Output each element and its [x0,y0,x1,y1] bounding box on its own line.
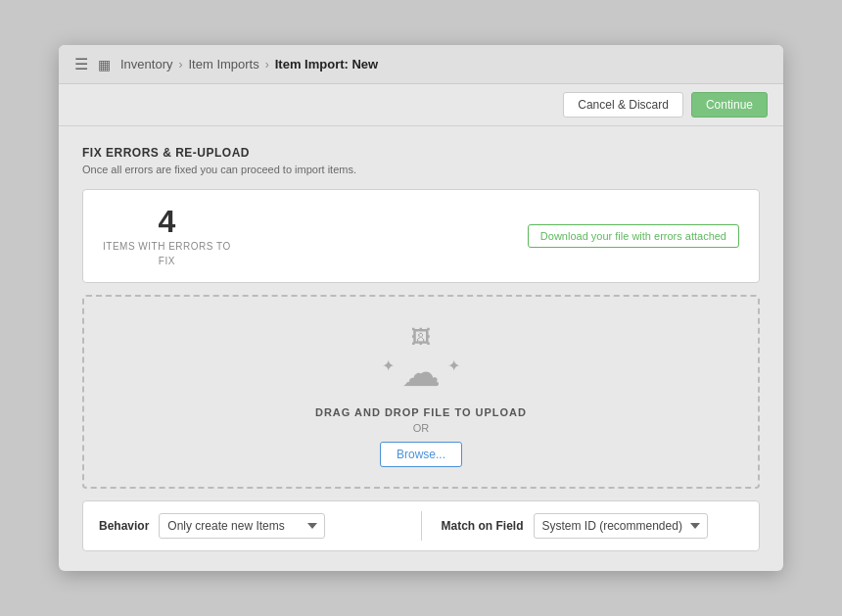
match-group: Match on Field System ID (recommended)It… [442,513,744,539]
download-errors-button[interactable]: Download your file with errors attached [528,224,739,248]
upload-icon-area: 🖼 ✦ ☁ ✦ [382,326,460,395]
error-number: 4 [103,206,231,237]
browse-button[interactable]: Browse... [380,442,462,467]
section-subtitle: Once all errors are fixed you can procee… [82,164,760,175]
behavior-label: Behavior [99,519,149,533]
title-bar: ☰ ▦ Inventory › Item Imports › Item Impo… [59,45,783,84]
upload-dropzone[interactable]: 🖼 ✦ ☁ ✦ DRAG AND DROP FILE TO UPLOAD OR … [82,295,760,489]
behavior-group: Behavior Only create new ItemsCreate or … [99,513,401,539]
or-text: OR [104,422,738,434]
field-divider [421,511,422,541]
breadcrumb-current: Item Import: New [275,57,378,71]
section-title: FIX ERRORS & RE-UPLOAD [82,146,760,160]
error-label-line2: FIX [103,256,231,266]
drag-drop-text: DRAG AND DROP FILE TO UPLOAD [104,406,738,418]
error-label-line1: ITEMS WITH ERRORS TO [103,241,231,252]
breadcrumb-sep-1: › [178,58,182,71]
error-count-area: 4 ITEMS WITH ERRORS TO FIX [103,206,231,266]
match-select[interactable]: System ID (recommended)Item NameSKUBarco… [534,513,708,539]
toolbar: Cancel & Discard Continue [59,84,783,126]
star-right-icon: ✦ [447,356,460,375]
cancel-discard-button[interactable]: Cancel & Discard [563,92,683,118]
main-content: FIX ERRORS & RE-UPLOAD Once all errors a… [59,126,783,571]
grid-icon: ▦ [98,57,111,72]
breadcrumb-item-imports[interactable]: Item Imports [188,57,258,71]
cloud-upload-icon: ☁ [401,350,441,395]
behavior-select[interactable]: Only create new ItemsCreate or update It… [159,513,325,539]
star-left-icon: ✦ [382,356,395,375]
continue-button[interactable]: Continue [691,92,768,118]
match-label: Match on Field [442,519,524,533]
breadcrumb-inventory[interactable]: Inventory [120,57,172,71]
main-window: ☰ ▦ Inventory › Item Imports › Item Impo… [59,45,783,571]
menu-icon[interactable]: ☰ [74,55,88,73]
breadcrumb-sep-2: › [265,58,269,71]
error-box: 4 ITEMS WITH ERRORS TO FIX Download your… [82,189,760,283]
image-icon: 🖼 [411,326,431,349]
breadcrumb: Inventory › Item Imports › Item Import: … [120,57,378,71]
field-row: Behavior Only create new ItemsCreate or … [82,500,760,551]
